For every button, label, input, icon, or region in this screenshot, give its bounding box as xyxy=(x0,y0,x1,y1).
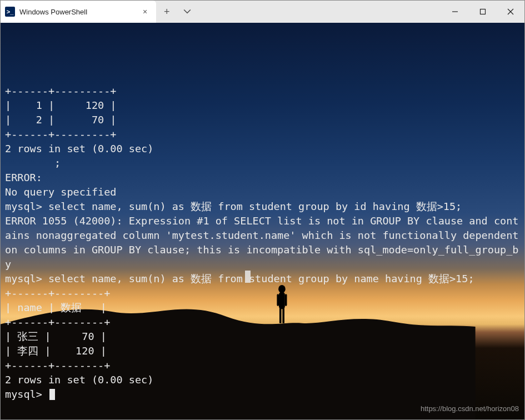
tab-dropdown-button[interactable] xyxy=(178,1,197,23)
svg-rect-1 xyxy=(481,9,486,14)
maximize-button[interactable] xyxy=(469,1,497,23)
terminal-line: ERROR 1055 (42000): Expression #1 of SEL… xyxy=(5,214,520,272)
terminal-line: 2 rows in set (0.00 sec) xyxy=(5,142,520,156)
terminal-line: ERROR: xyxy=(5,171,520,185)
terminal-line: mysql> xyxy=(5,387,520,402)
terminal-line: 2 rows in set (0.00 sec) xyxy=(5,373,520,387)
terminal-line: +------+---------+ xyxy=(5,84,520,98)
terminal-line: mysql> select name, sum(n) as 数据 from st… xyxy=(5,199,520,214)
selection-cursor xyxy=(245,271,251,283)
terminal-line: +------+--------+ xyxy=(5,358,520,373)
terminal-line: mysql> select name, sum(n) as 数据 from st… xyxy=(5,272,520,286)
terminal-line: | 李四 | 120 | xyxy=(5,344,520,358)
close-button[interactable] xyxy=(497,1,524,23)
minimize-icon xyxy=(452,8,458,15)
tab-title: Windows PowerShell xyxy=(19,8,136,16)
terminal-line: +------+--------+ xyxy=(5,286,520,301)
terminal-line: +------+--------+ xyxy=(5,315,520,329)
terminal-pane[interactable]: +------+---------+| 1 | 120 || 2 | 70 |+… xyxy=(1,23,524,419)
terminal-line: | name | 数据 | xyxy=(5,301,520,315)
minimize-button[interactable] xyxy=(441,1,469,23)
app-window: >_ Windows PowerShell × + xyxy=(0,0,525,420)
text-cursor xyxy=(49,389,55,400)
terminal-line: No query specified xyxy=(5,185,520,199)
close-icon xyxy=(507,8,514,15)
terminal-line: | 2 | 70 | xyxy=(5,113,520,127)
terminal-line: | 张三 | 70 | xyxy=(5,329,520,344)
maximize-icon xyxy=(479,8,486,15)
titlebar: >_ Windows PowerShell × + xyxy=(1,1,524,23)
terminal-text[interactable]: +------+---------+| 1 | 120 || 2 | 70 |+… xyxy=(5,84,520,402)
new-tab-button[interactable]: + xyxy=(156,1,178,23)
terminal-line: ; xyxy=(5,156,520,171)
window-controls xyxy=(441,1,524,23)
chevron-down-icon xyxy=(183,8,191,16)
terminal-line: | 1 | 120 | xyxy=(5,98,520,113)
terminal-line: +------+---------+ xyxy=(5,127,520,142)
powershell-icon: >_ xyxy=(5,7,15,17)
tab-powershell[interactable]: >_ Windows PowerShell × xyxy=(1,1,156,23)
close-tab-icon[interactable]: × xyxy=(141,7,149,16)
watermark: https://blog.csdn.net/horizon08 xyxy=(421,402,519,416)
